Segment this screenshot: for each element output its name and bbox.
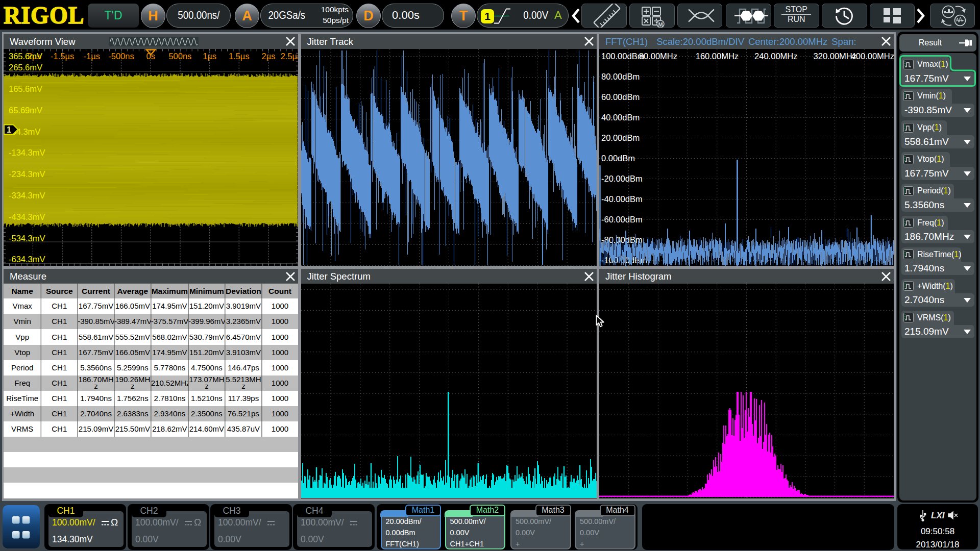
svg-text:265.6mV: 265.6mV — [9, 63, 42, 72]
svg-text:100.00dBm: 100.00dBm — [601, 52, 644, 61]
svg-text:-60.00dBm: -60.00dBm — [601, 215, 643, 224]
svg-text:-234.3mV: -234.3mV — [9, 169, 45, 179]
svg-text:500ns: 500ns — [168, 52, 191, 61]
svg-text:2µs: 2µs — [262, 52, 276, 61]
svg-text:2.5µs: 2.5µs — [281, 52, 298, 61]
svg-text:-20.00dBm: -20.00dBm — [601, 174, 643, 183]
svg-text:40.00dBm: 40.00dBm — [601, 113, 640, 122]
svg-text:LXI: LXI — [931, 511, 945, 520]
svg-text:65.69mV: 65.69mV — [9, 105, 42, 114]
svg-text:-534.3mV: -534.3mV — [9, 233, 45, 242]
svg-text:1.5µs: 1.5µs — [229, 52, 250, 61]
svg-text:20.00dBm: 20.00dBm — [601, 133, 640, 142]
svg-text:0.00dBm: 0.00dBm — [601, 154, 635, 163]
svg-text:-1µs: -1µs — [84, 52, 100, 61]
svg-text:400.00MHz: 400.00MHz — [851, 52, 894, 61]
svg-text:-1.5µs: -1.5µs — [51, 52, 74, 61]
svg-text:0s: 0s — [146, 52, 155, 61]
svg-text:-40.00dBm: -40.00dBm — [601, 194, 643, 204]
svg-text:80.00dBm: 80.00dBm — [601, 72, 640, 81]
svg-text:165.6mV: 165.6mV — [9, 84, 42, 93]
svg-text:-334.3mV: -334.3mV — [9, 191, 45, 200]
svg-text:1: 1 — [7, 125, 11, 134]
svg-text:60.00dBm: 60.00dBm — [601, 92, 640, 102]
svg-text:M: M — [658, 21, 663, 28]
svg-text:80.00MHz: 80.00MHz — [639, 52, 677, 61]
svg-text:-500ns: -500ns — [108, 52, 134, 61]
svg-text:320.00MHz: 320.00MHz — [814, 52, 856, 61]
svg-text:-134.3mV: -134.3mV — [9, 148, 45, 157]
svg-text:1µs: 1µs — [203, 52, 216, 61]
svg-text:-634.3mV: -634.3mV — [9, 255, 45, 264]
svg-text:365.6mV: 365.6mV — [9, 52, 42, 61]
svg-text:240.00MHz: 240.00MHz — [754, 52, 797, 61]
svg-text:-434.3mV: -434.3mV — [9, 212, 45, 221]
svg-text:160.00MHz: 160.00MHz — [696, 52, 739, 61]
